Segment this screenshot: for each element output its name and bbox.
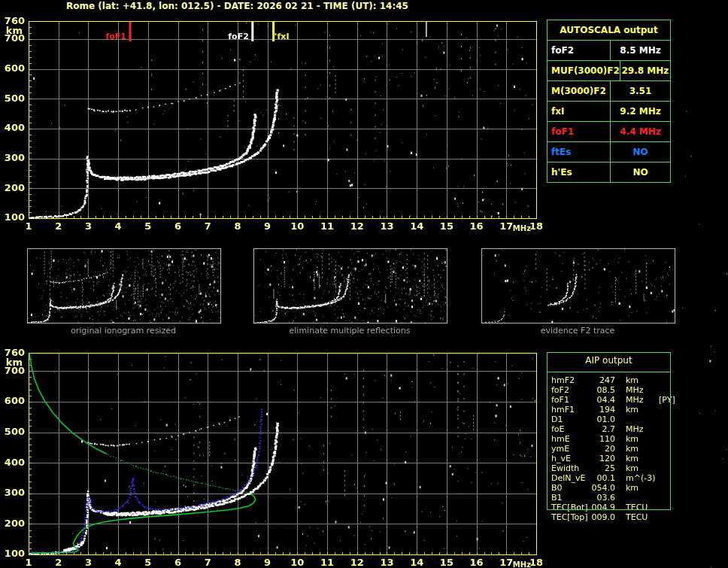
- thumbnail-original-ionogram: [27, 248, 221, 323]
- thumbnail-caption: evidence F2 trace: [481, 326, 675, 336]
- param-note: [659, 424, 671, 434]
- table-row: fxI 9.2 MHz: [548, 102, 670, 122]
- param-value: 4.4 MHz: [611, 122, 670, 141]
- param-unit: km: [615, 434, 659, 444]
- aip-rows: hmF2247kmfoF208.5MHzfoF104.4MHz[PY]hmF11…: [547, 375, 671, 522]
- table-row: MUF(3000)F2 29.8 MHz: [548, 61, 670, 81]
- param-unit: TECU: [615, 512, 659, 522]
- param-label: hmE: [547, 434, 591, 444]
- param-note: [659, 375, 671, 385]
- table-row: hmF1194km: [547, 405, 671, 415]
- param-unit: [615, 493, 659, 503]
- param-label: DelN_vE: [547, 473, 591, 483]
- table-row: B103.6: [547, 493, 671, 503]
- aip-table-header: AIP output: [547, 355, 671, 366]
- margin-noise: [672, 0, 728, 568]
- ionogram-main-plot: [0, 11, 549, 238]
- param-unit: MHz: [615, 385, 659, 395]
- param-unit: MHz: [615, 424, 659, 434]
- param-label: foF2: [547, 385, 591, 395]
- table-row: D101.0: [547, 415, 671, 424]
- param-label: h_vE: [547, 454, 591, 463]
- param-label: M(3000)F2: [548, 81, 611, 101]
- table-row: Ewidth25km: [547, 463, 671, 473]
- table-row: h'Es NO: [548, 163, 670, 182]
- param-unit: TECU: [615, 503, 659, 512]
- param-label: B1: [547, 493, 591, 503]
- param-label: hmF2: [547, 375, 591, 385]
- param-note: [659, 512, 671, 522]
- param-label: foE: [547, 424, 591, 434]
- thumbnail-eliminate-reflections: [253, 248, 447, 323]
- thumbnail-caption: original ionogram resized: [26, 326, 220, 336]
- thumbnail-evidence-f2: [481, 248, 675, 323]
- param-label: foF1: [548, 122, 611, 141]
- param-note: [PY]: [659, 395, 675, 405]
- param-value: 20: [591, 444, 615, 454]
- param-note: [659, 454, 671, 463]
- param-unit: km: [615, 405, 659, 415]
- param-value: 110: [591, 434, 615, 444]
- param-value: 03.6: [591, 493, 615, 503]
- param-value: 120: [591, 454, 615, 463]
- param-note: [659, 473, 671, 483]
- param-value: 247: [591, 375, 615, 385]
- param-label: foF2: [548, 41, 611, 60]
- param-value: 8.5 MHz: [611, 41, 670, 60]
- param-value: 01.0: [591, 415, 615, 424]
- param-note: [659, 503, 671, 512]
- table-row: ftEs NO: [548, 142, 670, 163]
- autoscala-table-header: AUTOSCALA output: [548, 20, 670, 41]
- param-label: ftEs: [548, 142, 611, 162]
- param-note: [659, 405, 671, 415]
- table-row: M(3000)F2 3.51: [548, 81, 670, 102]
- table-row: ymE20km: [547, 444, 671, 454]
- table-row: foF104.4MHz[PY]: [547, 395, 671, 405]
- param-value: NO: [611, 163, 670, 182]
- param-note: [659, 415, 671, 424]
- thumbnail-caption: eliminate multiple reflections: [253, 326, 447, 336]
- table-row: hmE110km: [547, 434, 671, 444]
- table-row: foF2 8.5 MHz: [548, 41, 670, 61]
- ionogram-aip-plot: [0, 342, 549, 568]
- param-value: 054.0: [591, 483, 615, 493]
- param-note: [659, 493, 671, 503]
- table-row: foF208.5MHz: [547, 385, 671, 395]
- param-value: 29.8 MHz: [620, 61, 670, 80]
- param-unit: km: [615, 463, 659, 473]
- param-label: TEC[Top]: [547, 512, 591, 522]
- param-note: [659, 385, 671, 395]
- table-row: TEC[Top]009.0TECU: [547, 512, 671, 522]
- param-unit: km: [615, 454, 659, 463]
- param-value: 004.9: [591, 503, 615, 512]
- param-label: Ewidth: [547, 463, 591, 473]
- param-unit: MHz: [615, 395, 659, 405]
- param-value: 9.2 MHz: [611, 102, 670, 121]
- param-value: 009.0: [591, 512, 615, 522]
- param-label: fxI: [548, 102, 611, 121]
- param-label: D1: [547, 415, 591, 424]
- param-value: NO: [611, 142, 670, 162]
- param-unit: m^(-3): [615, 473, 659, 483]
- param-value: 00.1: [591, 473, 615, 483]
- page-title: Rome (lat: +41.8, lon: 012.5) - DATE: 20…: [66, 1, 408, 11]
- param-value: 3.51: [611, 81, 670, 101]
- param-unit: km: [615, 483, 659, 493]
- param-value: 04.4: [591, 395, 615, 405]
- autoscala-output-table: AUTOSCALA output foF2 8.5 MHz MUF(3000)F…: [547, 20, 671, 183]
- param-note: [659, 444, 671, 454]
- param-value: 25: [591, 463, 615, 473]
- table-row: foF1 4.4 MHz: [548, 122, 670, 142]
- param-label: MUF(3000)F2: [548, 61, 620, 80]
- aip-header-divider: [547, 372, 671, 372]
- param-value: 2.7: [591, 424, 615, 434]
- param-value: 194: [591, 405, 615, 415]
- table-row: h_vE120km: [547, 454, 671, 463]
- param-label: foF1: [547, 395, 591, 405]
- param-note: [659, 463, 671, 473]
- param-value: 08.5: [591, 385, 615, 395]
- param-unit: km: [615, 444, 659, 454]
- table-row: DelN_vE00.1m^(-3): [547, 473, 671, 483]
- table-row: foE2.7MHz: [547, 424, 671, 434]
- param-note: [659, 434, 671, 444]
